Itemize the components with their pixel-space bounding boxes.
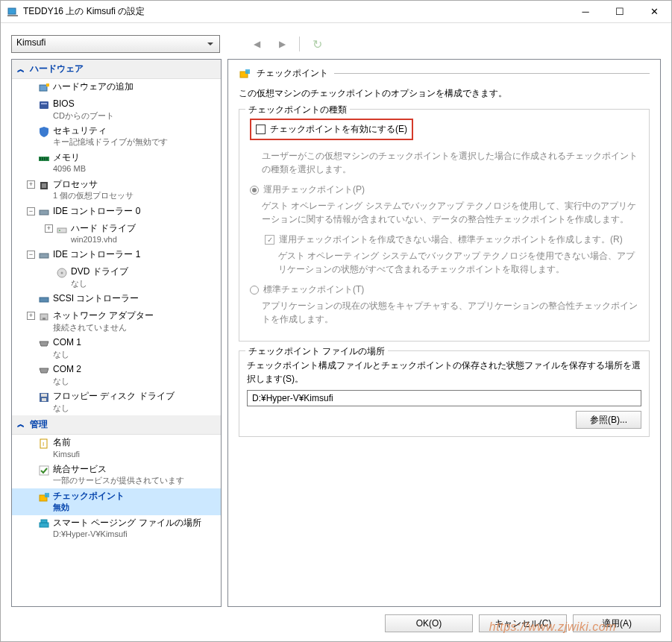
tree-com2[interactable]: COM 2なし [12,362,221,388]
svg-point-18 [61,272,63,274]
enable-checkpoint-label: チェックポイントを有効にする(E) [270,123,407,136]
settings-window: TEDDY16 上の Kimsufi の設定 ─ ☐ ✕ Kimsufi ◀ ▶… [0,0,672,642]
tree-name[interactable]: I 名前Kimsufi [12,435,221,462]
standard-radio [250,286,259,295]
collapse-icon[interactable]: − [27,207,35,215]
vm-dropdown-value: Kimsufi [16,37,45,48]
controller-icon [38,250,50,262]
tree-floppy[interactable]: フロッピー ディスク ドライブなし [12,388,221,415]
tree-bios[interactable]: BIOSCDからのブート [12,96,221,123]
checkpoint-location-group: チェックポイント ファイルの場所 チェックポイント構成ファイルとチェックポイント… [239,350,650,437]
tree-memory[interactable]: メモリ4096 MB [12,150,221,177]
detail-title: チェックポイント [257,67,328,80]
expand-icon[interactable]: + [27,180,35,189]
fallback-label: 運用チェックポイントを作成できない場合、標準チェックポイントを作成します。(R) [279,233,623,246]
chevron-up-icon: ︽ [16,420,25,429]
svg-rect-2 [40,85,47,91]
svg-rect-12 [42,183,46,188]
svg-rect-19 [40,298,48,302]
production-radio-row: 運用チェックポイント(P) [250,183,641,196]
svg-rect-14 [57,228,66,233]
titlebar: TEDDY16 上の Kimsufi の設定 ─ ☐ ✕ [1,1,671,23]
management-section[interactable]: ︽ 管理 [12,415,221,435]
collapse-icon[interactable]: − [27,251,35,259]
refresh-button[interactable]: ↻ [309,36,325,52]
tree-ide1[interactable]: − IDE コントローラー 1 [12,247,221,264]
cancel-button[interactable]: キャンセル(C) [479,614,567,632]
standard-radio-label: 標準チェックポイント(T) [263,283,364,296]
fallback-checkbox [265,235,274,245]
toolbar-divider [299,37,300,51]
section-label: ハードウェア [30,63,84,75]
checkpoint-path-input[interactable] [247,390,641,406]
tree-dvd[interactable]: DVD ドライブなし [12,264,221,291]
checkpoint-icon [38,491,50,503]
group-label: チェックポイントの種類 [245,104,350,116]
tree-integration[interactable]: 統合サービス一部のサービスが提供されています [12,462,221,488]
production-desc: ゲスト オペレーティング システムでバックアップ テクノロジを使用して、実行中の… [262,199,641,226]
minimize-button[interactable]: ─ [568,1,603,22]
svg-rect-10 [46,157,48,160]
expand-icon[interactable]: + [27,312,35,320]
tree-processor[interactable]: + プロセッサ1 個の仮想プロセッサ [12,177,221,204]
com-icon [38,338,50,350]
svg-rect-3 [46,84,49,86]
name-icon: I [38,438,50,450]
svg-rect-21 [43,318,45,320]
com-icon [38,365,50,377]
ok-button[interactable]: OK(O) [385,614,473,632]
location-desc: チェックポイント構成ファイルとチェックポイントの保存された状態ファイルを保存する… [247,359,641,385]
nav-back-button[interactable]: ◀ [248,36,265,52]
settings-tree[interactable]: ︽ ハードウェア ハードウェアの追加 BIOSCDからのブート セキュリテ [11,59,222,607]
divider [334,73,650,74]
svg-rect-4 [40,101,48,109]
tree-checkpoint[interactable]: チェックポイント無効 [12,488,221,515]
svg-rect-31 [41,520,47,523]
fallback-row: 運用チェックポイントを作成できない場合、標準チェックポイントを作成します。(R) [265,233,641,246]
tree-paging[interactable]: スマート ページング ファイルの場所D:¥Hyper-V¥Kimsufi [12,515,221,542]
toolbar: Kimsufi ◀ ▶ ↻ [11,35,661,53]
dvd-icon [56,267,68,279]
svg-rect-1 [7,15,18,16]
tree-add-hardware[interactable]: ハードウェアの追加 [12,79,221,96]
bios-icon [38,99,50,111]
content: Kimsufi ◀ ▶ ↻ ︽ ハードウェア ハードウェアの追加 [1,23,671,641]
tree-security[interactable]: セキュリティキー記憶域ドライブが無効です [12,123,221,150]
hdd-icon [56,224,68,236]
detail-panel: チェックポイント この仮想マシンのチェックポイントのオプションを構成できます。 … [227,59,661,607]
tree-harddrive[interactable]: + ハード ドライブwin2019.vhd [12,221,221,248]
type-desc: ユーザーがこの仮想マシンのチェックポイントを選択した場合に作成されるチェックポイ… [262,149,641,176]
svg-rect-23 [41,394,47,397]
hardware-section[interactable]: ︽ ハードウェア [12,60,221,79]
close-button[interactable]: ✕ [637,1,671,22]
app-icon [7,6,19,18]
group-label: チェックポイント ファイルの場所 [245,345,388,358]
checkpoint-icon [239,68,251,80]
svg-rect-24 [42,398,46,401]
tree-com1[interactable]: COM 1なし [12,335,221,362]
guest-desc: ゲスト オペレーティング システムでバックアップ テクノロジを使用できない場合、… [278,249,641,276]
svg-rect-7 [40,157,41,160]
tree-nic[interactable]: + ネットワーク アダプター接続されていません [12,308,221,335]
paging-icon [38,518,50,530]
svg-rect-0 [8,8,16,14]
enable-checkpoint-checkbox[interactable] [256,125,266,134]
nav-forward-button[interactable]: ▶ [274,36,290,52]
production-radio-label: 運用チェックポイント(P) [263,183,365,196]
integration-icon [38,465,50,476]
processor-icon [38,180,50,192]
tree-ide0[interactable]: − IDE コントローラー 0 [12,204,221,221]
svg-rect-27 [40,466,48,475]
memory-icon [38,153,50,165]
tree-scsi[interactable]: SCSI コントローラー [12,291,221,308]
expand-icon[interactable]: + [45,224,53,233]
window-controls: ─ ☐ ✕ [568,1,671,22]
browse-button[interactable]: 参照(B)... [576,411,641,429]
maximize-button[interactable]: ☐ [603,1,637,22]
chevron-up-icon: ︽ [16,65,25,74]
vm-dropdown[interactable]: Kimsufi [11,35,220,53]
apply-button[interactable]: 適用(A) [573,614,661,632]
dialog-footer: OK(O) キャンセル(C) 適用(A) https://www.zjwiki.… [11,607,661,632]
standard-desc: アプリケーションの現在の状態をキャプチャする、アプリケーションの整合性チェックポ… [262,299,641,326]
nic-icon [38,311,50,323]
